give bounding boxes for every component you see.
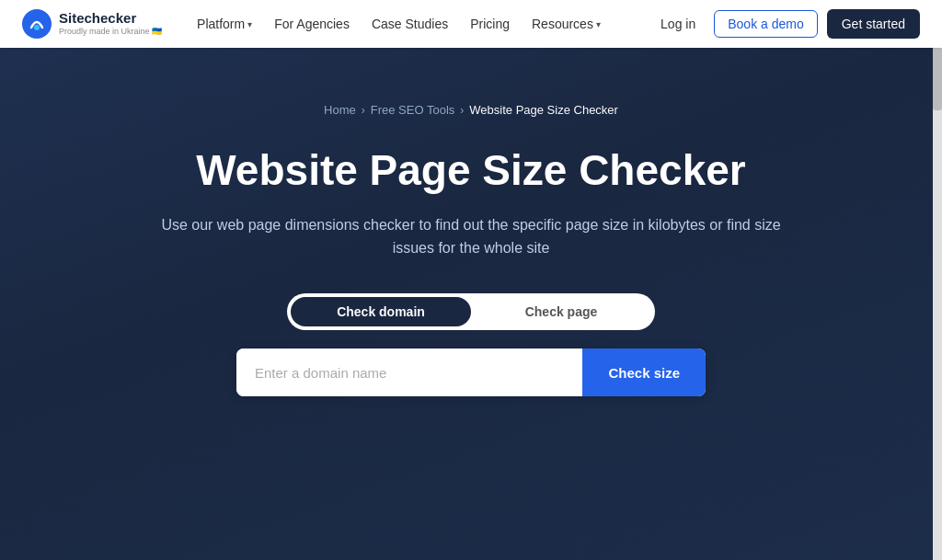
scrollbar[interactable] [933, 0, 942, 560]
search-bar: Check size [236, 349, 706, 396]
breadcrumb-sep-2: › [460, 104, 464, 117]
toggle-check-domain[interactable]: Check domain [291, 297, 471, 326]
svg-point-0 [22, 9, 52, 39]
mode-toggle: Check domain Check page [287, 293, 655, 330]
logo-name: Sitechecker [59, 11, 162, 27]
logo-icon [22, 9, 52, 39]
chevron-down-icon: ▾ [247, 19, 252, 29]
nav-item-agencies[interactable]: For Agencies [265, 11, 359, 37]
navbar: Sitechecker Proudly made in Ukraine 🇺🇦 P… [0, 0, 942, 48]
chevron-down-icon-2: ▾ [596, 19, 601, 29]
breadcrumb-free-seo-tools[interactable]: Free SEO Tools [371, 103, 455, 117]
page-title: Website Page Size Checker [196, 146, 745, 195]
nav-item-platform[interactable]: Platform ▾ [188, 11, 261, 37]
nav-item-pricing[interactable]: Pricing [461, 11, 519, 37]
get-started-button[interactable]: Get started [827, 9, 920, 39]
nav-item-case-studies[interactable]: Case Studies [362, 11, 457, 37]
logo-tagline: Proudly made in Ukraine 🇺🇦 [59, 27, 162, 37]
breadcrumb-current: Website Page Size Checker [469, 103, 618, 117]
hero-subtitle: Use our web page dimensions checker to f… [149, 213, 793, 260]
svg-point-1 [34, 25, 40, 30]
domain-input[interactable] [236, 349, 582, 396]
logo[interactable]: Sitechecker Proudly made in Ukraine 🇺🇦 [22, 9, 162, 39]
nav-links: Platform ▾ For Agencies Case Studies Pri… [188, 11, 651, 37]
breadcrumb-home[interactable]: Home [324, 103, 356, 117]
book-demo-button[interactable]: Book a demo [714, 10, 818, 38]
nav-actions: Log in Book a demo Get started [651, 9, 920, 39]
check-size-button[interactable]: Check size [582, 349, 706, 396]
breadcrumb: Home › Free SEO Tools › Website Page Siz… [324, 103, 618, 117]
nav-item-resources[interactable]: Resources ▾ [523, 11, 610, 37]
toggle-check-page[interactable]: Check page [471, 297, 651, 326]
breadcrumb-sep-1: › [362, 104, 365, 117]
login-button[interactable]: Log in [651, 11, 705, 37]
hero-section: Home › Free SEO Tools › Website Page Siz… [0, 48, 942, 560]
